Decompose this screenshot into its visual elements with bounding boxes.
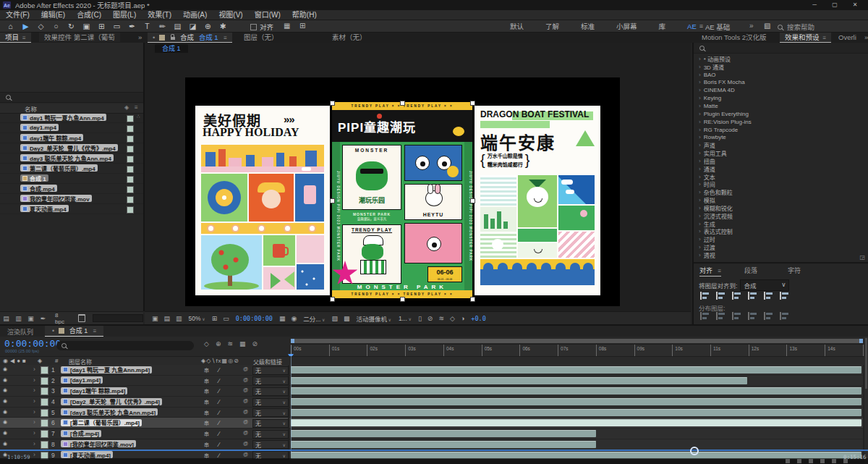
more-tabs-icon[interactable]: » (859, 33, 868, 42)
player-progress-knob[interactable] (690, 447, 699, 455)
comment-column-icon[interactable]: ≡ (135, 104, 138, 111)
snapshot-icon[interactable]: ▦ (279, 315, 286, 322)
parent-dropdown[interactable]: 无∨ (252, 376, 289, 385)
effects-category[interactable]: ›表达式控制 (694, 228, 868, 236)
blend-switch-icon[interactable]: 串 (204, 387, 209, 395)
ruler-tick[interactable]: 01s (329, 345, 330, 357)
pickwhip-icon[interactable]: @ (243, 366, 248, 371)
tab-composition-viewer[interactable]: • 合成 合成 1 ≡ (148, 33, 232, 43)
timeline-nav-icon[interactable]: ≋ (438, 315, 444, 322)
workspace-小屏幕[interactable]: 小屏幕 (605, 21, 648, 31)
effects-category[interactable]: ›声道 (694, 141, 868, 149)
pickwhip-icon[interactable]: @ (243, 387, 248, 392)
layer-duration-bar[interactable] (291, 387, 861, 395)
fast-preview-icon[interactable]: ⊘ (427, 315, 433, 322)
dual-monitor-icon[interactable]: ▥ (176, 315, 182, 322)
layer-name[interactable]: [day3 聪乐单天轮 九鱼Ann.mp4] (61, 408, 158, 416)
blend-switch-icon[interactable]: 串 (204, 419, 209, 426)
new-composition-icon[interactable]: ▣ (25, 315, 37, 322)
layer-duration-bar[interactable] (291, 366, 861, 374)
label-color-chip[interactable] (127, 196, 134, 203)
project-item[interactable]: 合成.mp4 (0, 184, 143, 194)
project-item[interactable]: day1端午 粽粽.mp4 (0, 133, 143, 143)
layer-color-chip[interactable] (41, 377, 48, 385)
panel-grip-icon[interactable]: ◲ (859, 254, 865, 261)
pickwhip-icon[interactable]: @ (243, 398, 248, 403)
poster-dragon-boat[interactable]: DRAGON BOAT FESTIVAL 端午安康 { 万水千山粽是情糯米肉馅咸… (475, 106, 600, 295)
quality-switch-icon[interactable]: ∕ (218, 377, 219, 384)
effects-category[interactable]: ›时间 (694, 181, 868, 189)
eye-icon[interactable]: ◉ (3, 377, 7, 383)
parent-dropdown[interactable]: 无∨ (252, 430, 289, 439)
label-color-chip[interactable] (127, 186, 134, 193)
quality-switch-icon[interactable]: ∕ (218, 441, 219, 448)
panel-menu-icon[interactable]: ≡ (718, 268, 722, 274)
quality-switch-icon[interactable]: ∕ (218, 409, 219, 416)
project-item[interactable]: day1.mp4 (0, 123, 143, 133)
effects-category[interactable]: ›实用工具 (694, 149, 868, 157)
blend-switch-icon[interactable]: 串 (204, 409, 209, 416)
monitor-icon[interactable]: ▤ (164, 315, 171, 322)
blend-switch-icon[interactable]: 串 (204, 377, 209, 384)
project-item[interactable]: Day2_单天轮_雪儿《优秀》.mp4 (0, 143, 143, 153)
eye-icon[interactable]: ◉ (3, 419, 7, 425)
workspace-了解[interactable]: 了解 (535, 21, 570, 31)
panel-menu-icon[interactable]: ≡ (22, 35, 26, 41)
menu-item[interactable]: 动画(A) (177, 10, 213, 20)
panel-menu-icon[interactable]: ≡ (823, 35, 827, 41)
hide-shy-icon[interactable]: ≋ (227, 340, 233, 347)
label-color-chip[interactable] (127, 145, 134, 153)
pickwhip-icon[interactable]: @ (243, 409, 248, 414)
label-column-icon[interactable]: ◈ (38, 358, 42, 364)
view-count-value[interactable]: 1... ∨ (399, 315, 412, 322)
current-time-display[interactable]: 0:00:00:00 (4, 338, 61, 349)
quality-switch-icon[interactable]: ∕ (218, 430, 219, 437)
pickwhip-icon[interactable]: @ (243, 419, 248, 424)
transform-handle[interactable] (470, 101, 475, 106)
expander-icon[interactable]: › (33, 408, 35, 416)
quality-switch-icon[interactable]: ∕ (218, 419, 219, 426)
tab-effects-presets[interactable]: 效果和预设≡ (780, 33, 831, 43)
tab-project[interactable]: 项目≡ (0, 33, 31, 43)
work-area-bar[interactable] (291, 339, 863, 343)
bit-depth[interactable]: 8 bpc (55, 312, 68, 325)
menu-item[interactable]: 帮助(H) (286, 10, 323, 20)
effects-category[interactable]: ›模拟 (694, 196, 868, 204)
blend-switch-icon[interactable]: 串 (204, 398, 209, 405)
layer-row[interactable]: ◉›5[day3 聪乐单天轮 九鱼Ann.mp4]串∕@无∨ (0, 408, 288, 418)
layer-row[interactable]: ◉›6[第二课（葡萄乐园）.mp4]串∕@无∨ (0, 418, 288, 429)
layer-duration-bar[interactable] (291, 441, 596, 448)
distribute-left-button[interactable] (748, 312, 757, 320)
stamp-tool-icon[interactable]: ▤ (170, 22, 185, 30)
layer-duration-bar[interactable] (291, 398, 861, 405)
label-color-chip[interactable] (127, 156, 134, 163)
ruler-tick[interactable]: 04s (443, 345, 444, 357)
align-left-button[interactable] (700, 292, 710, 300)
layer-duration-bar[interactable] (291, 409, 861, 416)
expander-icon[interactable]: › (33, 376, 35, 384)
align-h-center-button[interactable] (716, 292, 726, 300)
effects-category[interactable]: ›* 动画预设 (694, 55, 868, 63)
new-folder-icon[interactable]: ▥ (12, 315, 25, 322)
layer-name[interactable]: [第二课（葡萄乐园）.mp4] (61, 419, 142, 426)
project-item[interactable]: 第二课（葡萄乐园）.mp4 (0, 164, 143, 174)
effects-category[interactable]: ›Plugin Everything (694, 110, 868, 118)
lock-icon[interactable] (171, 37, 175, 40)
panel-icon[interactable]: ▧ (764, 22, 770, 30)
parent-dropdown[interactable]: 无∨ (252, 398, 289, 407)
timeline-scrollbar[interactable] (864, 337, 868, 464)
blend-switch-icon[interactable]: 串 (204, 441, 209, 448)
menu-item[interactable]: 文件(F) (0, 10, 35, 20)
quality-switch-icon[interactable]: ∕ (218, 398, 219, 405)
eraser-tool-icon[interactable]: ◪ (185, 22, 200, 30)
exposure-icon[interactable]: ◑ (461, 315, 464, 322)
draft-3d-icon[interactable]: ⊕ (216, 340, 221, 347)
label-color-chip[interactable] (127, 206, 134, 214)
shape-tool-icon[interactable]: ▭ (109, 22, 124, 30)
selection-tool-icon[interactable]: ▶ (18, 22, 33, 30)
distribute-v-center-button[interactable] (716, 312, 726, 320)
frame-blend-icon[interactable]: ▦ (239, 340, 246, 347)
panel-menu-icon[interactable]: ≡ (224, 35, 227, 41)
transform-handle[interactable] (400, 297, 405, 302)
layer-name[interactable]: [夏天动画.mp4] (61, 451, 113, 458)
